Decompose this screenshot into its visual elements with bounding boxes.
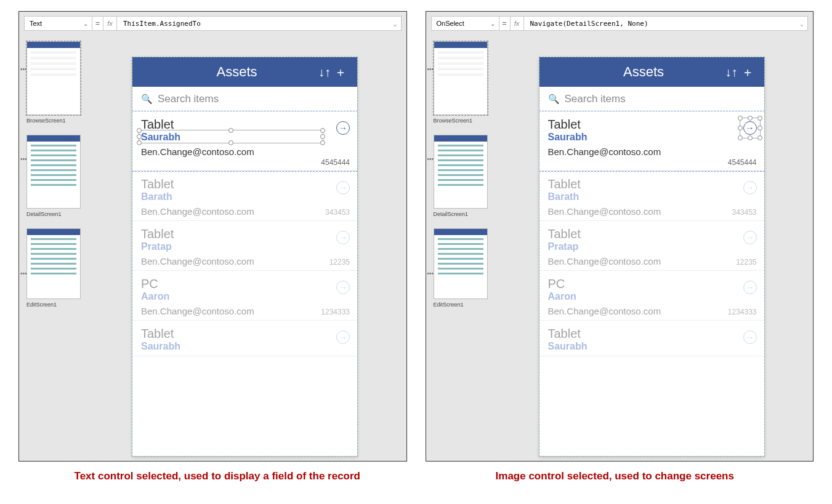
screens-nav: ••• BrowseScreen1 ••• DetailScreen1 ••• …: [19, 36, 113, 461]
more-icon[interactable]: •••: [20, 156, 27, 162]
property-dropdown[interactable]: Text ⌄: [25, 17, 92, 30]
row-assigned: Aaron: [548, 291, 756, 302]
selection-indicator: [139, 130, 323, 143]
search-icon: 🔍: [548, 94, 560, 105]
gallery-row[interactable]: Tablet Barath Ben.Change@contoso.com 343…: [539, 171, 764, 221]
screen-thumb-browse[interactable]: BrowseScreen1: [434, 41, 488, 124]
screen-label: DetailScreen1: [26, 211, 81, 217]
more-icon[interactable]: •••: [427, 156, 434, 162]
row-title: Tablet: [548, 327, 756, 341]
more-icon[interactable]: •••: [20, 66, 27, 73]
app-title: Assets: [157, 64, 317, 80]
formula-bar: OnSelect ⌄ = fx Navigate(DetailScreen1, …: [431, 16, 809, 31]
row-title: PC: [548, 277, 756, 291]
screen-thumb-browse[interactable]: BrowseScreen1: [26, 41, 81, 124]
arrow-right-icon[interactable]: →: [743, 181, 757, 194]
formula-bar: Text ⌄ = fx ThisItem.AssignedTo ⌄: [24, 16, 402, 31]
arrow-right-icon[interactable]: →: [336, 121, 350, 135]
gallery-row[interactable]: Tablet Saurabh Ben.Change@contoso.com 45…: [539, 111, 764, 171]
selection-indicator: [740, 118, 761, 138]
gallery-row[interactable]: Tablet Pratap Ben.Change@contoso.com 122…: [539, 221, 764, 271]
row-assigned: Saurabh: [548, 341, 756, 352]
search-bar[interactable]: 🔍 Search items: [539, 87, 764, 111]
arrow-right-icon[interactable]: →: [743, 281, 757, 294]
screen-thumb-edit[interactable]: EditScreen1: [26, 228, 81, 308]
caption-right: Image control selected, used to change s…: [416, 470, 814, 482]
screen-label: DetailScreen1: [434, 211, 488, 217]
gallery-row[interactable]: Tablet Pratap Ben.Change@contoso.com 122…: [132, 221, 357, 271]
row-title: Tablet: [141, 327, 349, 341]
row-email: Ben.Change@contoso.com: [141, 206, 349, 217]
row-email: Ben.Change@contoso.com: [548, 306, 756, 316]
screen-label: BrowseScreen1: [26, 118, 81, 124]
formula-text: Navigate(DetailScreen1, None): [530, 20, 648, 28]
row-assigned: Aaron: [141, 291, 349, 302]
arrow-right-icon[interactable]: →: [336, 231, 350, 244]
row-email: Ben.Change@contoso.com: [548, 256, 756, 266]
app-title: Assets: [564, 64, 724, 80]
gallery-row[interactable]: Tablet Saurabh Ben.Change@contoso.com 45…: [132, 111, 357, 171]
row-number: 4545444: [321, 158, 350, 167]
screen-thumb-detail[interactable]: DetailScreen1: [26, 135, 81, 217]
row-title: Tablet: [141, 177, 349, 191]
add-icon[interactable]: ＋: [740, 64, 756, 81]
more-icon[interactable]: •••: [20, 270, 27, 277]
gallery-row[interactable]: Tablet Saurabh →: [539, 321, 764, 356]
chevron-down-icon: ⌄: [393, 20, 397, 27]
row-title: Tablet: [548, 227, 756, 241]
row-email: Ben.Change@contoso.com: [141, 306, 349, 316]
row-number: 1234333: [728, 308, 757, 316]
row-title: Tablet: [141, 227, 349, 241]
captions-row: Text control selected, used to display a…: [18, 470, 814, 482]
row-email: Ben.Change@contoso.com: [548, 146, 756, 157]
more-icon[interactable]: •••: [427, 270, 434, 277]
screen-label: EditScreen1: [26, 302, 81, 308]
row-title: PC: [141, 277, 349, 291]
arrow-right-icon[interactable]: →: [336, 330, 350, 344]
phone-frame: Assets ↓↑ ＋ 🔍 Search items Tablet Saurab…: [132, 57, 357, 456]
panel-left: Text ⌄ = fx ThisItem.AssignedTo ⌄ ••• Br…: [18, 11, 407, 462]
chevron-down-icon: ⌄: [800, 20, 804, 27]
search-placeholder: Search items: [565, 93, 626, 105]
row-number: 4545444: [728, 158, 757, 167]
app-titlebar: Assets ↓↑ ＋: [539, 57, 764, 87]
arrow-right-icon[interactable]: →: [743, 330, 757, 344]
formula-input[interactable]: ThisItem.AssignedTo ⌄: [117, 17, 401, 30]
row-assigned: Barath: [141, 191, 349, 202]
canvas: Assets ↓↑ ＋ 🔍 Search items Tablet Saurab…: [118, 36, 402, 461]
property-dropdown-value: Text: [30, 20, 42, 27]
fx-icon: fx: [103, 17, 117, 30]
arrow-right-icon[interactable]: →: [336, 181, 350, 194]
row-number: 343453: [325, 208, 350, 217]
sort-icon[interactable]: ↓↑: [317, 65, 333, 79]
add-icon[interactable]: ＋: [333, 64, 349, 81]
more-icon[interactable]: •••: [427, 66, 434, 73]
panel-right: OnSelect ⌄ = fx Navigate(DetailScreen1, …: [426, 11, 814, 462]
row-email: Ben.Change@contoso.com: [141, 256, 349, 266]
app-titlebar: Assets ↓↑ ＋: [132, 57, 357, 87]
arrow-right-icon[interactable]: →: [743, 231, 757, 244]
screen-thumb-detail[interactable]: DetailScreen1: [434, 135, 488, 217]
screens-nav: ••• BrowseScreen1 ••• DetailScreen1 ••• …: [426, 36, 520, 461]
search-icon: 🔍: [141, 94, 153, 105]
formula-input[interactable]: Navigate(DetailScreen1, None) ⌄: [524, 17, 808, 30]
gallery-row[interactable]: Tablet Barath Ben.Change@contoso.com 343…: [132, 171, 357, 221]
gallery-row[interactable]: PC Aaron Ben.Change@contoso.com 1234333 …: [132, 271, 357, 321]
property-dropdown-value: OnSelect: [437, 20, 464, 27]
screen-label: BrowseScreen1: [434, 118, 488, 124]
search-bar[interactable]: 🔍 Search items: [132, 87, 357, 111]
screen-label: EditScreen1: [434, 302, 488, 308]
equals-icon: =: [92, 17, 103, 30]
search-placeholder: Search items: [158, 93, 219, 105]
screen-thumb-edit[interactable]: EditScreen1: [434, 228, 488, 308]
arrow-right-icon[interactable]: →: [336, 281, 350, 294]
property-dropdown[interactable]: OnSelect ⌄: [432, 17, 499, 30]
row-number: 343453: [732, 208, 756, 217]
row-number: 12235: [736, 258, 756, 266]
gallery-row[interactable]: Tablet Saurabh →: [132, 321, 357, 356]
sort-icon[interactable]: ↓↑: [724, 65, 740, 79]
gallery-row[interactable]: PC Aaron Ben.Change@contoso.com 1234333 …: [539, 271, 764, 321]
caption-left: Text control selected, used to display a…: [18, 470, 416, 482]
row-assigned: Barath: [548, 191, 756, 202]
row-assigned: Pratap: [548, 241, 756, 252]
